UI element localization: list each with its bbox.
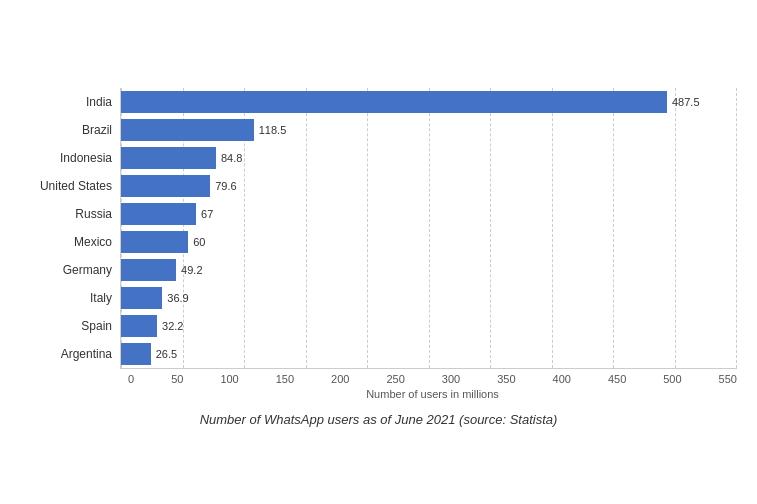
x-tick: 550 <box>719 373 737 385</box>
bar <box>121 203 196 225</box>
bar <box>121 259 176 281</box>
x-tick: 100 <box>220 373 238 385</box>
bar-value-label: 32.2 <box>162 320 183 332</box>
x-tick: 0 <box>128 373 134 385</box>
y-axis-labels: IndiaBrazilIndonesiaUnited StatesRussiaM… <box>20 88 120 369</box>
x-axis-title: Number of users in millions <box>128 388 737 400</box>
bar-row: 118.5 <box>121 116 737 144</box>
bar-row: 32.2 <box>121 312 737 340</box>
bar <box>121 119 254 141</box>
bar-value-label: 118.5 <box>259 124 287 136</box>
bar-row: 49.2 <box>121 256 737 284</box>
x-tick: 350 <box>497 373 515 385</box>
bar-row: 487.5 <box>121 88 737 116</box>
bar-value-label: 26.5 <box>156 348 177 360</box>
x-tick: 500 <box>663 373 681 385</box>
x-tick: 250 <box>386 373 404 385</box>
bar-value-label: 84.8 <box>221 152 242 164</box>
bar-row: 84.8 <box>121 144 737 172</box>
x-tick: 200 <box>331 373 349 385</box>
bar <box>121 147 216 169</box>
chart-area: IndiaBrazilIndonesiaUnited StatesRussiaM… <box>20 88 737 369</box>
bars-area: 487.5118.584.879.6676049.236.932.226.5 <box>120 88 737 369</box>
x-tick: 400 <box>553 373 571 385</box>
x-tick: 450 <box>608 373 626 385</box>
bar-value-label: 60 <box>193 236 205 248</box>
x-tick: 150 <box>276 373 294 385</box>
y-axis-label: Russia <box>75 208 112 220</box>
bar-row: 79.6 <box>121 172 737 200</box>
bar-value-label: 67 <box>201 208 213 220</box>
bar-row: 26.5 <box>121 340 737 368</box>
bar <box>121 91 667 113</box>
bar <box>121 175 210 197</box>
bar <box>121 231 188 253</box>
y-axis-label: India <box>86 96 112 108</box>
chart-container: IndiaBrazilIndonesiaUnited StatesRussiaM… <box>20 88 737 427</box>
y-axis-label: Indonesia <box>60 152 112 164</box>
chart-caption: Number of WhatsApp users as of June 2021… <box>20 412 737 427</box>
bar-value-label: 487.5 <box>672 96 700 108</box>
bar-row: 60 <box>121 228 737 256</box>
y-axis-label: Spain <box>81 320 112 332</box>
bar-row: 36.9 <box>121 284 737 312</box>
y-axis-label: Mexico <box>74 236 112 248</box>
bar-value-label: 79.6 <box>215 180 236 192</box>
x-axis: 050100150200250300350400450500550 <box>128 369 737 385</box>
bar-value-label: 49.2 <box>181 264 202 276</box>
y-axis-label: United States <box>40 180 112 192</box>
bar <box>121 343 151 365</box>
y-axis-label: Germany <box>63 264 112 276</box>
x-tick: 300 <box>442 373 460 385</box>
bar-row: 67 <box>121 200 737 228</box>
y-axis-label: Brazil <box>82 124 112 136</box>
bar <box>121 287 162 309</box>
bar <box>121 315 157 337</box>
bar-value-label: 36.9 <box>167 292 188 304</box>
x-tick: 50 <box>171 373 183 385</box>
y-axis-label: Italy <box>90 292 112 304</box>
y-axis-label: Argentina <box>61 348 112 360</box>
